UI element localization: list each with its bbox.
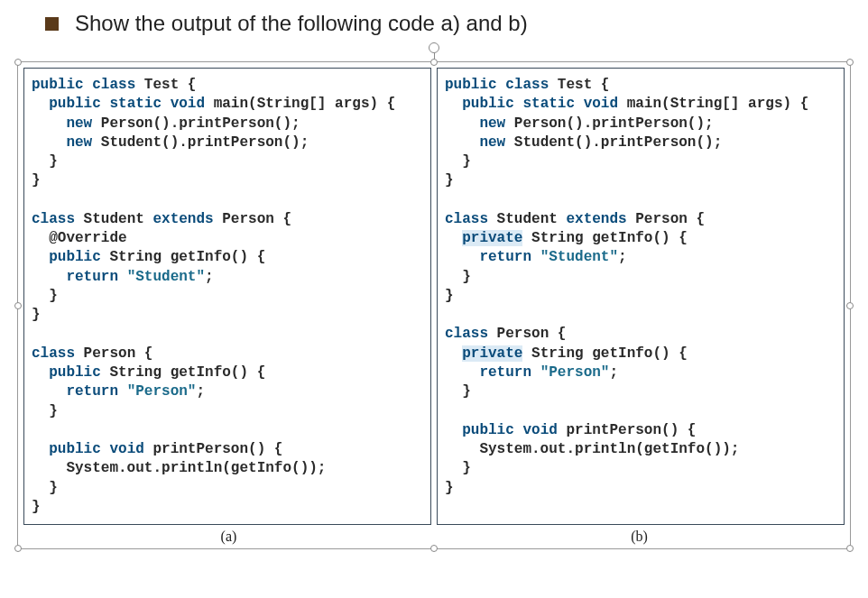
code-text: } [32,172,41,189]
code-text: String getInfo() { [522,230,687,246]
code-text: } [32,307,41,323]
code-text: String getInfo() { [101,364,265,381]
rotation-handle-icon[interactable] [429,42,439,53]
kw: new [479,134,505,151]
string-literal: "Person" [127,383,197,400]
code-text [32,269,66,285]
code-text: Person { [627,211,705,227]
code-text: System.out.println(getInfo()); [32,460,326,476]
code-text: printPerson() { [144,441,283,457]
label-a: (a) [23,529,434,545]
code-text: String getInfo() { [101,249,265,265]
resize-handle-sw-icon[interactable] [14,545,22,552]
kw: public [32,77,84,93]
code-text: Person { [75,345,152,362]
code-text: } [445,460,471,476]
resize-handle-se-icon[interactable] [846,545,854,552]
label-b: (b) [434,529,845,545]
code-text [32,383,66,400]
code-text: Student [75,211,152,227]
kw: void [522,422,557,438]
code-text: } [445,172,454,189]
kw: static [109,96,162,112]
code-text: ; [205,269,214,285]
figure-container: public class Test { public static void m… [17,61,851,549]
code-text [32,364,49,381]
kw: public [49,441,101,457]
code-text: } [32,403,58,419]
resize-handle-w-icon[interactable] [14,302,22,309]
code-text [445,345,462,362]
code-text: } [445,269,471,285]
code-box-a: public class Test { public static void m… [23,68,431,525]
code-text: ; [609,364,618,381]
code-text: Student().printPerson(); [505,134,722,151]
code-text: Student().printPerson(); [92,134,309,151]
code-text: Person().printPerson(); [92,115,300,132]
kw: return [66,269,118,285]
code-text [32,96,49,112]
code-text [32,249,49,265]
kw: class [32,211,75,227]
code-text: } [32,288,58,304]
kw: return [479,364,531,381]
kw: class [445,326,488,342]
bullet-icon [45,17,59,31]
kw: new [479,115,505,132]
resize-handle-n-icon[interactable] [430,59,438,66]
string-literal: "Person" [540,364,610,381]
string-literal: "Student" [127,269,205,285]
code-text [445,96,462,112]
kw: new [66,115,92,132]
code-text: System.out.println(getInfo()); [445,441,739,457]
kw: class [445,211,488,227]
kw: class [32,345,75,362]
code-text: ; [196,383,205,400]
kw: void [171,96,205,112]
kw: extends [152,211,213,227]
kw-highlighted: private [462,230,522,246]
code-text [445,422,462,438]
kw: public [49,364,101,381]
code-text: Person { [488,326,566,342]
code-text: ; [618,249,627,265]
kw: public [462,422,514,438]
code-text [32,134,66,151]
code-text [531,249,540,265]
kw: extends [566,211,626,227]
code-text: } [32,480,58,496]
question-row: Show the output of the following code a)… [0,11,868,36]
kw: return [479,249,531,265]
code-panels: public class Test { public static void m… [18,62,850,525]
string-literal: "Student" [540,249,618,265]
code-text: } [445,383,471,400]
resize-handle-nw-icon[interactable] [14,59,22,66]
kw-highlighted: private [462,345,522,362]
kw: public [49,249,101,265]
kw: return [66,383,118,400]
code-text [445,115,479,132]
code-box-b: public class Test { public static void m… [437,68,845,525]
code-text: } [445,480,454,496]
kw: static [522,96,575,112]
kw: class [92,77,135,93]
code-text: main(String[] args) { [618,96,808,112]
code-text: printPerson() { [558,422,697,438]
kw: class [505,77,549,93]
resize-handle-ne-icon[interactable] [846,59,854,66]
code-text [445,134,479,151]
code-text: Test { [549,77,609,93]
resize-handle-s-icon[interactable] [430,545,438,552]
code-text [445,230,462,246]
resize-handle-e-icon[interactable] [846,302,854,309]
code-text: } [32,499,41,515]
code-text [118,269,127,285]
code-text [445,249,479,265]
code-text: } [445,153,471,170]
code-text: main(String[] args) { [205,96,395,112]
code-text: String getInfo() { [522,345,687,362]
code-text [32,115,66,132]
kw: public [462,96,514,112]
code-text [32,441,49,457]
code-text: Person().printPerson(); [505,115,713,132]
